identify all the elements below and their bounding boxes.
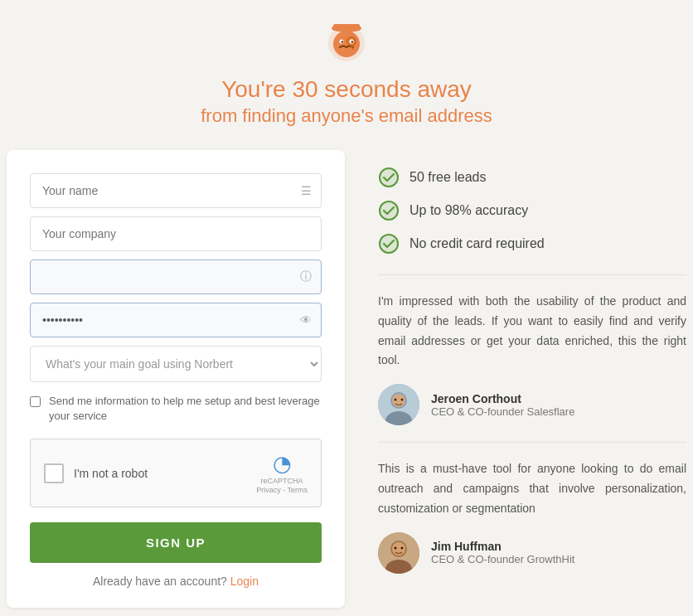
svg-rect-2 — [333, 24, 360, 31]
recaptcha-box[interactable]: I'm not a robot ◔ reCAPTCHA Privacy - Te… — [30, 439, 322, 507]
author-title-jeroen: CEO & CO-founder Salesflare — [431, 405, 574, 418]
feature-text-2: No credit card required — [410, 236, 545, 251]
feature-item-1: Up to 98% accuracy — [378, 200, 686, 221]
newsletter-label: Send me information to help me setup and… — [49, 394, 322, 424]
testimonial-author-1: Jim Huffman CEO & CO-founder GrowthHit — [378, 532, 686, 574]
already-account-row: Already have an account? Login — [30, 575, 322, 588]
recaptcha-brand-text: reCAPTCHA Privacy - Terms — [256, 477, 308, 495]
signup-button[interactable]: SIGN UP — [30, 522, 322, 563]
login-link[interactable]: Login — [230, 575, 259, 588]
svg-point-6 — [342, 41, 343, 42]
divider-1 — [378, 274, 686, 275]
name-input[interactable] — [30, 173, 322, 208]
recaptcha-logo-area: ◔ reCAPTCHA Privacy - Terms — [256, 451, 308, 495]
avatar-jim — [378, 532, 419, 574]
main-content: ☰ venchitotampon@gmail.com ⓘ 👁 What's yo… — [7, 150, 686, 608]
norbert-logo-icon — [322, 17, 371, 66]
headline-line1: You're 30 seconds away — [201, 75, 492, 104]
password-eye-icon[interactable]: 👁 — [300, 313, 312, 327]
feature-text-0: 50 free leads — [410, 170, 487, 185]
features-list: 50 free leads Up to 98% accuracy — [378, 167, 686, 255]
check-circle-icon-2 — [378, 233, 400, 255]
page-wrapper: You're 30 seconds away from finding anyo… — [0, 0, 693, 616]
name-field-icon: ☰ — [301, 184, 312, 197]
name-field-wrapper: ☰ — [30, 173, 322, 208]
svg-point-26 — [395, 546, 397, 549]
email-info-icon: ⓘ — [300, 269, 312, 284]
email-field-wrapper: venchitotampon@gmail.com ⓘ — [30, 259, 322, 294]
svg-point-7 — [351, 41, 353, 42]
testimonial-author-0: Jeroen Corthout CEO & CO-founder Salesfl… — [378, 384, 686, 425]
svg-point-21 — [401, 399, 404, 401]
avatar-jeroen — [378, 384, 419, 425]
recaptcha-checkmark-icon: ◔ — [273, 451, 292, 477]
already-account-text: Already have an account? — [93, 575, 227, 588]
testimonial-0: I'm impressed with both the usability of… — [378, 292, 686, 425]
testimonial-text-0: I'm impressed with both the usability of… — [378, 292, 686, 371]
goal-select[interactable]: What's your main goal using Norbert — [30, 346, 322, 382]
svg-point-3 — [333, 31, 360, 57]
newsletter-checkbox[interactable] — [30, 396, 41, 407]
company-field-wrapper — [30, 216, 322, 251]
password-input[interactable] — [30, 303, 322, 337]
headline: You're 30 seconds away from finding anyo… — [201, 75, 492, 129]
author-name-jim: Jim Huffman — [431, 540, 574, 553]
right-panel: 50 free leads Up to 98% accuracy — [370, 150, 686, 608]
password-field-wrapper: 👁 — [30, 303, 322, 337]
recaptcha-checkbox[interactable] — [44, 463, 64, 483]
feature-item-0: 50 free leads — [378, 167, 686, 188]
testimonial-1: This is a must-have tool for anyone look… — [378, 459, 686, 573]
feature-item-2: No credit card required — [378, 233, 686, 255]
form-panel: ☰ venchitotampon@gmail.com ⓘ 👁 What's yo… — [7, 150, 345, 608]
check-circle-icon-1 — [378, 200, 400, 221]
check-circle-icon-0 — [378, 167, 400, 188]
author-info-jeroen: Jeroen Corthout CEO & CO-founder Salesfl… — [431, 392, 574, 418]
logo-area: You're 30 seconds away from finding anyo… — [201, 17, 492, 129]
feature-text-1: Up to 98% accuracy — [410, 203, 528, 218]
company-input[interactable] — [30, 216, 322, 251]
newsletter-checkbox-row: Send me information to help me setup and… — [30, 394, 322, 424]
author-title-jim: CEO & CO-founder GrowthHit — [431, 553, 574, 565]
author-name-jeroen: Jeroen Corthout — [431, 392, 574, 405]
divider-2 — [378, 442, 686, 443]
email-input[interactable]: venchitotampon@gmail.com — [30, 259, 322, 294]
headline-line2: from finding anyone's email address — [201, 104, 492, 129]
testimonial-text-1: This is a must-have tool for anyone look… — [378, 459, 686, 518]
svg-point-20 — [395, 399, 397, 401]
recaptcha-label: I'm not a robot — [74, 467, 148, 480]
author-info-jim: Jim Huffman CEO & CO-founder GrowthHit — [431, 540, 574, 565]
recaptcha-left: I'm not a robot — [44, 463, 148, 483]
svg-point-27 — [401, 546, 404, 549]
